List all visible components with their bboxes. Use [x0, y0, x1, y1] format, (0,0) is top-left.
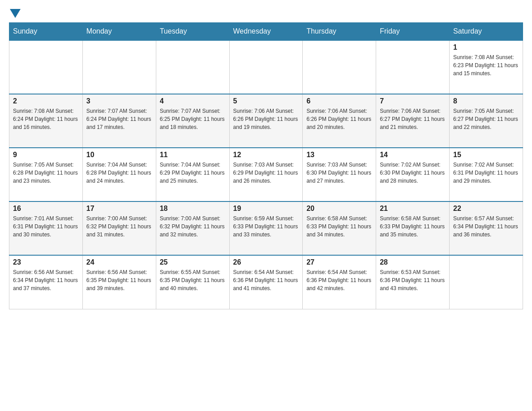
calendar-cell: 24Sunrise: 6:56 AM Sunset: 6:35 PM Dayli… [82, 255, 156, 309]
day-number: 15 [453, 151, 519, 159]
day-number: 8 [453, 97, 519, 105]
day-info: Sunrise: 6:53 AM Sunset: 6:36 PM Dayligh… [380, 268, 446, 292]
day-number: 11 [160, 151, 226, 159]
calendar-cell [450, 255, 523, 309]
logo-triangle-icon [10, 9, 21, 18]
day-info: Sunrise: 7:05 AM Sunset: 6:27 PM Dayligh… [453, 107, 519, 131]
calendar-cell: 2Sunrise: 7:08 AM Sunset: 6:24 PM Daylig… [9, 94, 83, 148]
calendar-cell: 10Sunrise: 7:04 AM Sunset: 6:28 PM Dayli… [82, 148, 156, 201]
day-info: Sunrise: 7:08 AM Sunset: 6:23 PM Dayligh… [453, 53, 519, 77]
day-info: Sunrise: 7:08 AM Sunset: 6:24 PM Dayligh… [13, 107, 79, 131]
day-info: Sunrise: 7:03 AM Sunset: 6:30 PM Dayligh… [306, 161, 372, 185]
day-info: Sunrise: 7:06 AM Sunset: 6:26 PM Dayligh… [306, 107, 372, 131]
calendar-cell: 22Sunrise: 6:57 AM Sunset: 6:34 PM Dayli… [450, 201, 523, 255]
day-info: Sunrise: 6:58 AM Sunset: 6:33 PM Dayligh… [380, 214, 446, 239]
calendar-cell: 11Sunrise: 7:04 AM Sunset: 6:29 PM Dayli… [156, 148, 229, 201]
calendar-cell [9, 40, 83, 94]
calendar-cell: 13Sunrise: 7:03 AM Sunset: 6:30 PM Dayli… [303, 148, 376, 201]
day-number: 12 [233, 151, 299, 159]
calendar-cell [156, 40, 229, 94]
day-number: 9 [13, 151, 79, 159]
calendar-cell: 9Sunrise: 7:05 AM Sunset: 6:28 PM Daylig… [9, 148, 83, 201]
calendar-week-row: 9Sunrise: 7:05 AM Sunset: 6:28 PM Daylig… [9, 148, 523, 201]
calendar-week-row: 16Sunrise: 7:01 AM Sunset: 6:31 PM Dayli… [9, 201, 523, 255]
calendar-header-friday: Friday [376, 23, 450, 41]
calendar-week-row: 2Sunrise: 7:08 AM Sunset: 6:24 PM Daylig… [9, 94, 523, 148]
calendar-cell: 25Sunrise: 6:55 AM Sunset: 6:35 PM Dayli… [156, 255, 229, 309]
calendar-cell: 3Sunrise: 7:07 AM Sunset: 6:24 PM Daylig… [82, 94, 156, 148]
day-number: 1 [453, 43, 519, 51]
calendar-cell: 1Sunrise: 7:08 AM Sunset: 6:23 PM Daylig… [450, 40, 523, 94]
day-info: Sunrise: 7:01 AM Sunset: 6:31 PM Dayligh… [13, 214, 79, 239]
day-info: Sunrise: 7:02 AM Sunset: 6:31 PM Dayligh… [453, 161, 519, 185]
day-number: 16 [13, 205, 79, 213]
day-info: Sunrise: 7:00 AM Sunset: 6:32 PM Dayligh… [86, 214, 152, 239]
calendar-table: SundayMondayTuesdayWednesdayThursdayFrid… [9, 22, 523, 309]
day-info: Sunrise: 7:07 AM Sunset: 6:25 PM Dayligh… [160, 107, 226, 131]
calendar-cell: 12Sunrise: 7:03 AM Sunset: 6:29 PM Dayli… [229, 148, 303, 201]
calendar-week-row: 23Sunrise: 6:56 AM Sunset: 6:34 PM Dayli… [9, 255, 523, 309]
day-info: Sunrise: 7:04 AM Sunset: 6:28 PM Dayligh… [86, 161, 152, 185]
calendar-cell: 15Sunrise: 7:02 AM Sunset: 6:31 PM Dayli… [450, 148, 523, 201]
calendar-cell [376, 40, 450, 94]
day-info: Sunrise: 6:56 AM Sunset: 6:35 PM Dayligh… [86, 268, 152, 292]
calendar-cell: 26Sunrise: 6:54 AM Sunset: 6:36 PM Dayli… [229, 255, 303, 309]
calendar-cell [229, 40, 303, 94]
calendar-cell: 27Sunrise: 6:54 AM Sunset: 6:36 PM Dayli… [303, 255, 376, 309]
day-number: 22 [453, 205, 519, 213]
day-number: 19 [233, 205, 299, 213]
day-number: 2 [13, 97, 79, 105]
day-number: 26 [233, 258, 299, 266]
day-info: Sunrise: 6:55 AM Sunset: 6:35 PM Dayligh… [160, 268, 226, 292]
calendar-cell: 17Sunrise: 7:00 AM Sunset: 6:32 PM Dayli… [82, 201, 156, 255]
calendar-cell: 4Sunrise: 7:07 AM Sunset: 6:25 PM Daylig… [156, 94, 229, 148]
calendar-header-monday: Monday [82, 23, 156, 41]
day-number: 13 [306, 151, 372, 159]
day-info: Sunrise: 6:58 AM Sunset: 6:33 PM Dayligh… [306, 214, 372, 239]
logo [9, 9, 21, 18]
calendar-cell: 8Sunrise: 7:05 AM Sunset: 6:27 PM Daylig… [450, 94, 523, 148]
day-number: 3 [86, 97, 152, 105]
calendar-header-wednesday: Wednesday [229, 23, 303, 41]
calendar-header-saturday: Saturday [450, 23, 523, 41]
page-header [9, 9, 523, 18]
day-number: 23 [13, 258, 79, 266]
day-number: 14 [380, 151, 446, 159]
day-info: Sunrise: 7:05 AM Sunset: 6:28 PM Dayligh… [13, 161, 79, 185]
calendar-cell: 7Sunrise: 7:06 AM Sunset: 6:27 PM Daylig… [376, 94, 450, 148]
day-info: Sunrise: 6:56 AM Sunset: 6:34 PM Dayligh… [13, 268, 79, 292]
day-info: Sunrise: 7:02 AM Sunset: 6:30 PM Dayligh… [380, 161, 446, 185]
calendar-header-tuesday: Tuesday [156, 23, 229, 41]
day-info: Sunrise: 7:04 AM Sunset: 6:29 PM Dayligh… [160, 161, 226, 185]
day-number: 21 [380, 205, 446, 213]
day-number: 17 [86, 205, 152, 213]
calendar-cell: 18Sunrise: 7:00 AM Sunset: 6:32 PM Dayli… [156, 201, 229, 255]
calendar-cell: 28Sunrise: 6:53 AM Sunset: 6:36 PM Dayli… [376, 255, 450, 309]
calendar-week-row: 1Sunrise: 7:08 AM Sunset: 6:23 PM Daylig… [9, 40, 523, 94]
day-number: 24 [86, 258, 152, 266]
day-info: Sunrise: 7:03 AM Sunset: 6:29 PM Dayligh… [233, 161, 299, 185]
day-number: 5 [233, 97, 299, 105]
day-number: 20 [306, 205, 372, 213]
day-number: 25 [160, 258, 226, 266]
calendar-cell [82, 40, 156, 94]
day-number: 28 [380, 258, 446, 266]
calendar-cell: 5Sunrise: 7:06 AM Sunset: 6:26 PM Daylig… [229, 94, 303, 148]
calendar-cell: 21Sunrise: 6:58 AM Sunset: 6:33 PM Dayli… [376, 201, 450, 255]
day-number: 7 [380, 97, 446, 105]
calendar-cell: 14Sunrise: 7:02 AM Sunset: 6:30 PM Dayli… [376, 148, 450, 201]
day-info: Sunrise: 7:07 AM Sunset: 6:24 PM Dayligh… [86, 107, 152, 131]
calendar-header-row: SundayMondayTuesdayWednesdayThursdayFrid… [9, 23, 523, 41]
day-info: Sunrise: 6:54 AM Sunset: 6:36 PM Dayligh… [233, 268, 299, 292]
calendar-header-sunday: Sunday [9, 23, 83, 41]
calendar-cell: 19Sunrise: 6:59 AM Sunset: 6:33 PM Dayli… [229, 201, 303, 255]
day-number: 4 [160, 97, 226, 105]
day-number: 10 [86, 151, 152, 159]
day-number: 18 [160, 205, 226, 213]
calendar-cell: 16Sunrise: 7:01 AM Sunset: 6:31 PM Dayli… [9, 201, 83, 255]
day-info: Sunrise: 6:59 AM Sunset: 6:33 PM Dayligh… [233, 214, 299, 239]
calendar-cell: 6Sunrise: 7:06 AM Sunset: 6:26 PM Daylig… [303, 94, 376, 148]
calendar-cell: 23Sunrise: 6:56 AM Sunset: 6:34 PM Dayli… [9, 255, 83, 309]
day-number: 6 [306, 97, 372, 105]
calendar-cell: 20Sunrise: 6:58 AM Sunset: 6:33 PM Dayli… [303, 201, 376, 255]
